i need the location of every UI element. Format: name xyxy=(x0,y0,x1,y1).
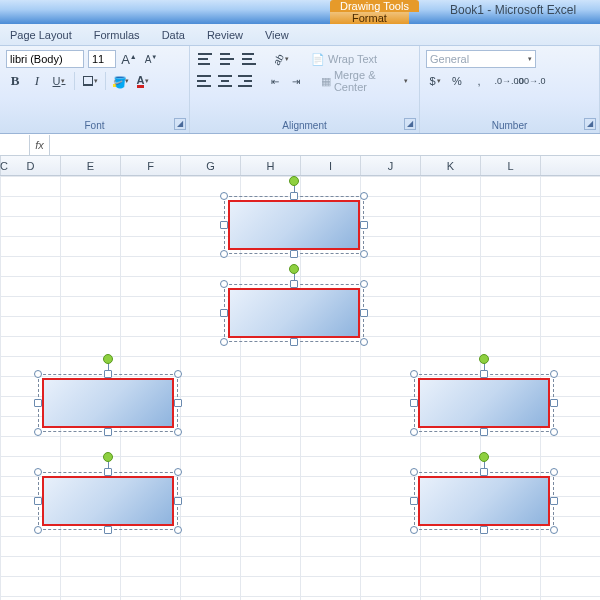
shape-rect-5[interactable] xyxy=(38,472,178,530)
rotation-handle[interactable] xyxy=(103,354,113,364)
rotation-handle[interactable] xyxy=(289,264,299,274)
selection-handle[interactable] xyxy=(34,468,42,476)
align-top-button[interactable] xyxy=(196,50,214,68)
format-tab[interactable]: Format xyxy=(330,12,409,24)
selection-handle[interactable] xyxy=(290,250,298,258)
selection-handle[interactable] xyxy=(550,468,558,476)
rectangle[interactable] xyxy=(228,288,360,338)
selection-handle[interactable] xyxy=(360,280,368,288)
tab-page-layout[interactable]: Page Layout xyxy=(10,29,72,41)
selection-handle[interactable] xyxy=(360,338,368,346)
selection-handle[interactable] xyxy=(480,370,488,378)
selection-handle[interactable] xyxy=(174,399,182,407)
selection-handle[interactable] xyxy=(410,526,418,534)
name-box[interactable] xyxy=(0,135,30,155)
col-head[interactable]: G xyxy=(181,156,241,175)
selection-handle[interactable] xyxy=(290,338,298,346)
shape-rect-3[interactable] xyxy=(38,374,178,432)
selection-handle[interactable] xyxy=(360,192,368,200)
col-head[interactable]: H xyxy=(241,156,301,175)
selection-handle[interactable] xyxy=(410,468,418,476)
selection-handle[interactable] xyxy=(34,370,42,378)
selection-handle[interactable] xyxy=(174,468,182,476)
currency-button[interactable]: $▾ xyxy=(426,72,444,90)
selection-handle[interactable] xyxy=(34,526,42,534)
shrink-font-button[interactable]: A▼ xyxy=(142,50,160,68)
selection-handle[interactable] xyxy=(104,428,112,436)
selection-handle[interactable] xyxy=(220,309,228,317)
selection-handle[interactable] xyxy=(220,338,228,346)
alignment-dialog-launcher[interactable]: ◢ xyxy=(404,118,416,130)
selection-handle[interactable] xyxy=(174,428,182,436)
formula-input[interactable] xyxy=(50,135,600,155)
selection-handle[interactable] xyxy=(174,497,182,505)
tab-formulas[interactable]: Formulas xyxy=(94,29,140,41)
increase-indent-button[interactable]: ⇥ xyxy=(288,72,305,90)
selection-handle[interactable] xyxy=(410,399,418,407)
font-color-button[interactable]: A▾ xyxy=(134,72,152,90)
rectangle[interactable] xyxy=(42,378,174,428)
font-family-select[interactable] xyxy=(6,50,84,68)
rectangle[interactable] xyxy=(418,378,550,428)
selection-handle[interactable] xyxy=(410,370,418,378)
selection-handle[interactable] xyxy=(104,526,112,534)
selection-handle[interactable] xyxy=(410,428,418,436)
font-size-select[interactable] xyxy=(88,50,116,68)
rotation-handle[interactable] xyxy=(289,176,299,186)
number-format-select[interactable]: General▾ xyxy=(426,50,536,68)
selection-handle[interactable] xyxy=(34,399,42,407)
selection-handle[interactable] xyxy=(174,526,182,534)
wrap-text-button[interactable]: 📄 Wrap Text xyxy=(306,50,382,68)
selection-handle[interactable] xyxy=(220,280,228,288)
shape-rect-1[interactable] xyxy=(224,196,364,254)
selection-handle[interactable] xyxy=(360,250,368,258)
selection-handle[interactable] xyxy=(104,370,112,378)
col-head[interactable]: I xyxy=(301,156,361,175)
selection-handle[interactable] xyxy=(480,428,488,436)
selection-handle[interactable] xyxy=(220,192,228,200)
col-head[interactable]: J xyxy=(361,156,421,175)
decrease-decimal-button[interactable]: .00→.0 xyxy=(522,72,540,90)
selection-handle[interactable] xyxy=(480,526,488,534)
selection-handle[interactable] xyxy=(104,468,112,476)
underline-button[interactable]: U▾ xyxy=(50,72,68,90)
font-dialog-launcher[interactable]: ◢ xyxy=(174,118,186,130)
tab-data[interactable]: Data xyxy=(162,29,185,41)
selection-handle[interactable] xyxy=(290,280,298,288)
rectangle[interactable] xyxy=(228,200,360,250)
selection-handle[interactable] xyxy=(220,221,228,229)
cells-area[interactable] xyxy=(0,176,600,600)
rectangle[interactable] xyxy=(418,476,550,526)
selection-handle[interactable] xyxy=(34,497,42,505)
shape-rect-4[interactable] xyxy=(414,374,554,432)
align-center-button[interactable] xyxy=(217,72,234,90)
comma-button[interactable]: , xyxy=(470,72,488,90)
rotation-handle[interactable] xyxy=(479,452,489,462)
merge-center-button[interactable]: ▦ Merge & Center▾ xyxy=(316,72,413,90)
align-middle-button[interactable] xyxy=(218,50,236,68)
grow-font-button[interactable]: A▲ xyxy=(120,50,138,68)
shape-rect-2[interactable] xyxy=(224,284,364,342)
italic-button[interactable]: I xyxy=(28,72,46,90)
fx-button[interactable]: fx xyxy=(30,135,50,155)
selection-handle[interactable] xyxy=(34,428,42,436)
border-button[interactable]: ▾ xyxy=(81,72,99,90)
tab-view[interactable]: View xyxy=(265,29,289,41)
selection-handle[interactable] xyxy=(410,497,418,505)
col-head[interactable]: L xyxy=(481,156,541,175)
orientation-button[interactable]: ab▾ xyxy=(272,50,290,68)
number-dialog-launcher[interactable]: ◢ xyxy=(584,118,596,130)
selection-handle[interactable] xyxy=(550,526,558,534)
shape-rect-6[interactable] xyxy=(414,472,554,530)
tab-review[interactable]: Review xyxy=(207,29,243,41)
fill-color-button[interactable]: 🪣▾ xyxy=(112,72,130,90)
selection-handle[interactable] xyxy=(220,250,228,258)
align-right-button[interactable] xyxy=(237,72,254,90)
selection-handle[interactable] xyxy=(550,497,558,505)
selection-handle[interactable] xyxy=(290,192,298,200)
decrease-indent-button[interactable]: ⇤ xyxy=(267,72,284,90)
selection-handle[interactable] xyxy=(480,468,488,476)
col-head[interactable]: K xyxy=(421,156,481,175)
align-bottom-button[interactable] xyxy=(240,50,258,68)
selection-handle[interactable] xyxy=(550,399,558,407)
